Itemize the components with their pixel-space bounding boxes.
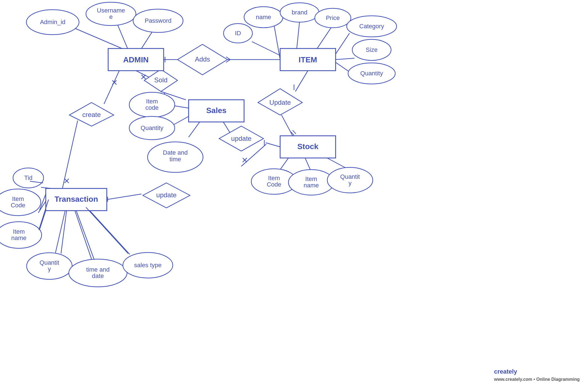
svg-line-53 (86, 206, 130, 254)
watermark-brand: creately (494, 368, 517, 375)
item-category-label: Category (359, 23, 384, 30)
item-name-label: name (256, 14, 271, 21)
trans-salestype-label: sales type (134, 262, 161, 269)
sales-itemcode-label2: code (145, 104, 159, 111)
username-label1: Username (97, 7, 125, 14)
create-label: create (82, 111, 101, 118)
trans-itemname-label2: name (11, 234, 26, 241)
sales-datetime-label2: time (169, 156, 181, 163)
svg-line-9 (274, 25, 280, 60)
watermark: creately www.creately.com • Online Diagr… (494, 368, 580, 382)
adds-label: Adds (195, 55, 210, 63)
update-item-stock-label: Update (269, 99, 291, 106)
admin-label: ADMIN (123, 55, 149, 64)
svg-line-37 (282, 115, 293, 136)
trans-itemcode-label1: Item (12, 195, 24, 202)
watermark-sub: www.creately.com • Online Diagramming (494, 377, 580, 382)
update-sales-stock-label: update (231, 135, 251, 142)
svg-line-30 (189, 122, 200, 137)
svg-line-58 (75, 211, 92, 259)
svg-line-13 (336, 33, 349, 54)
svg-line-15 (336, 62, 349, 72)
item-quantity-label: Quantity (360, 70, 383, 77)
svg-line-33 (266, 143, 280, 147)
username-label2: e (109, 13, 113, 20)
trans-timedate-label1: time and (86, 266, 110, 273)
sales-quantity-label: Quantity (141, 124, 163, 131)
svg-line-1 (116, 22, 128, 48)
diagram-canvas: Adds Sold create Update update update AD… (0, 0, 588, 388)
stock-itemcode-label2: Code (267, 181, 282, 188)
sales-itemcode-label1: Item (146, 98, 158, 105)
update-stock-trans-label: update (156, 191, 176, 199)
stock-quantity-label2: y (349, 180, 352, 187)
sales-datetime-label1: Date and (163, 149, 187, 156)
item-price-label: Price (326, 14, 340, 21)
password-label: Password (145, 17, 172, 24)
svg-line-35 (295, 71, 308, 91)
item-brand-label: brand (292, 9, 307, 16)
svg-line-12 (252, 42, 280, 55)
trans-quantity-label2: y (48, 266, 51, 272)
svg-line-41 (305, 158, 311, 170)
svg-line-22 (104, 71, 119, 104)
svg-line-46 (107, 194, 141, 200)
trans-itemcode-label2: Code (11, 202, 26, 209)
stock-label: Stock (297, 142, 319, 151)
admin-id-label: Admin_id (40, 19, 65, 25)
svg-line-10 (297, 22, 300, 48)
trans-itemname-label1: Item (13, 228, 25, 235)
trans-quantity-label1: Quantit (40, 259, 59, 266)
er-diagram-svg: Adds Sold create Update update update AD… (0, 0, 588, 388)
svg-line-39 (293, 130, 296, 134)
sold-label: Sold (154, 76, 168, 84)
svg-line-25 (62, 121, 78, 188)
sales-label: Sales (206, 106, 226, 115)
svg-line-59 (86, 207, 128, 254)
stock-itemname-label2: name (303, 182, 319, 189)
svg-line-0 (74, 28, 122, 48)
item-size-label: Size (366, 46, 378, 53)
item-id-label: ID (235, 30, 241, 37)
svg-line-14 (336, 58, 354, 60)
stock-quantity-label1: Quantit (340, 173, 360, 180)
svg-line-11 (316, 27, 331, 50)
stock-itemcode-label1: Item (268, 175, 280, 182)
stock-itemname-label1: Item (305, 175, 317, 182)
transaction-label: Transaction (54, 195, 98, 203)
trans-tid-label: Tid (24, 174, 32, 181)
svg-line-52 (76, 211, 94, 260)
item-label: ITEM (299, 55, 317, 64)
trans-timedate-label2: date (92, 272, 104, 279)
svg-line-40 (280, 158, 288, 170)
